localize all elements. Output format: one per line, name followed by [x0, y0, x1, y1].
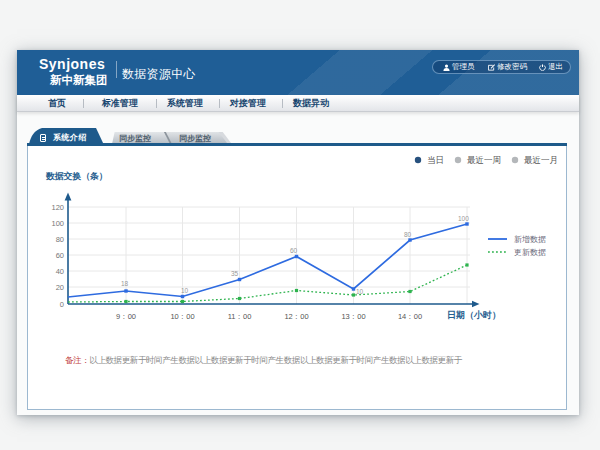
- svg-text:当日: 当日: [427, 155, 444, 165]
- svg-text:100: 100: [51, 219, 64, 228]
- svg-text:12：00: 12：00: [284, 312, 308, 321]
- svg-text:35: 35: [231, 270, 239, 277]
- svg-text:80: 80: [404, 231, 412, 238]
- svg-text:日期（小时）: 日期（小时）: [447, 310, 501, 320]
- svg-text:11：00: 11：00: [228, 312, 252, 321]
- svg-text:100: 100: [458, 215, 469, 222]
- svg-text:18: 18: [121, 280, 129, 287]
- svg-text:60: 60: [290, 247, 298, 254]
- svg-text:10：00: 10：00: [170, 312, 194, 321]
- svg-text:最近一周: 最近一周: [467, 155, 501, 165]
- svg-text:数据交换（条）: 数据交换（条）: [45, 171, 108, 181]
- svg-text:更新数据: 更新数据: [514, 248, 546, 257]
- svg-text:10: 10: [356, 288, 364, 295]
- svg-text:14：00: 14：00: [398, 312, 422, 321]
- svg-text:20: 20: [56, 283, 64, 292]
- svg-text:10: 10: [181, 287, 189, 294]
- svg-text:40: 40: [56, 267, 64, 276]
- svg-text:120: 120: [51, 203, 64, 212]
- svg-text:新增数据: 新增数据: [514, 235, 546, 244]
- svg-text:最近一月: 最近一月: [524, 155, 558, 165]
- svg-text:0: 0: [60, 300, 64, 309]
- svg-text:9：00: 9：00: [116, 312, 136, 321]
- svg-text:80: 80: [56, 235, 64, 244]
- svg-text:60: 60: [56, 251, 64, 260]
- svg-text:13：00: 13：00: [341, 312, 365, 321]
- svg-text:备注：以上数据更新于时间产生数据以上数据更新于时间产生数据以: 备注：以上数据更新于时间产生数据以上数据更新于时间产生数据以上数据更新于时间产生…: [65, 355, 463, 365]
